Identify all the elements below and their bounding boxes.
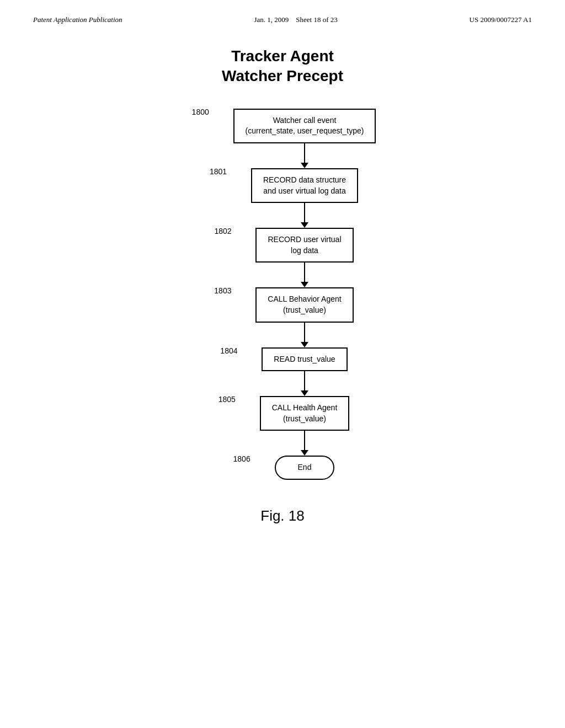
node-1806-row: 1806 End: [89, 456, 476, 480]
node-1802-label: 1802: [214, 227, 231, 235]
header-right: US 2009/0007227 A1: [470, 15, 532, 24]
node-1805-row: 1805 CALL Health Agent(trust_value): [89, 396, 476, 431]
node-1801-box: RECORD data structureand user virtual lo…: [251, 168, 358, 203]
header-date: Jan. 1, 2009 Sheet 18 of 23: [254, 15, 337, 24]
page-header: Patent Application Publication Jan. 1, 2…: [0, 0, 565, 30]
node-1802-row: 1802 RECORD user virtuallog data: [89, 228, 476, 263]
node-1803-row: 1803 CALL Behavior Agent(trust_value): [89, 287, 476, 322]
node-1804-row: 1804 READ trust_value: [89, 347, 476, 372]
arrow-2: [89, 203, 476, 228]
node-1800-row: 1800 Watcher call event(current_state, u…: [89, 109, 476, 143]
node-1802-box: RECORD user virtuallog data: [255, 228, 353, 263]
figure-caption: Fig. 18: [0, 507, 565, 524]
diagram-title: Tracker Agent Watcher Precept: [0, 46, 565, 87]
title-text: Tracker Agent Watcher Precept: [0, 46, 565, 87]
node-1801-row: 1801 RECORD data structureand user virtu…: [89, 168, 476, 203]
arrow-5: [89, 371, 476, 396]
arrow-4: [89, 323, 476, 347]
arrow-1: [89, 143, 476, 168]
node-1804-box: READ trust_value: [262, 347, 347, 372]
header-left: Patent Application Publication: [33, 15, 122, 24]
node-1805-label: 1805: [218, 395, 236, 404]
node-1806-box: End: [275, 456, 335, 480]
node-1803-box: CALL Behavior Agent(trust_value): [255, 287, 353, 322]
node-1800-box: Watcher call event(current_state, user_r…: [233, 109, 376, 143]
node-1803-label: 1803: [214, 286, 231, 295]
node-1806-label: 1806: [233, 454, 250, 463]
flowchart-diagram: 1800 Watcher call event(current_state, u…: [89, 109, 476, 480]
node-1804-label: 1804: [220, 346, 237, 355]
node-1800-label: 1800: [192, 108, 209, 116]
arrow-6: [89, 431, 476, 456]
node-1805-box: CALL Health Agent(trust_value): [260, 396, 350, 431]
arrow-3: [89, 263, 476, 287]
node-1801-label: 1801: [210, 167, 227, 176]
